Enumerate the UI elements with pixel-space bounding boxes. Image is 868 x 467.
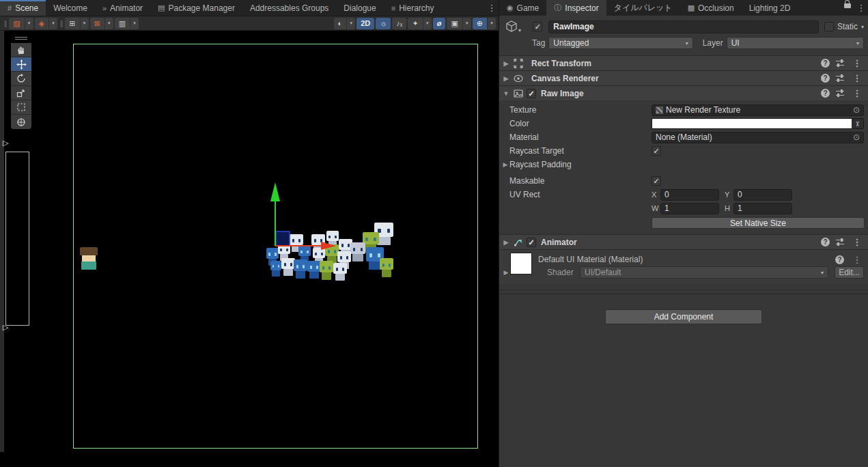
gizmos-button[interactable]: ⊕ — [473, 18, 487, 29]
probe-dropdown[interactable]: ▾ — [48, 18, 57, 29]
zombie-sprite-white[interactable] — [333, 263, 347, 283]
add-component-button[interactable]: Add Component — [605, 309, 762, 324]
grid-snapping-dropdown[interactable]: ▾ — [104, 18, 113, 29]
rect-transform-menu-icon[interactable]: ⋮ — [850, 58, 864, 68]
raw-image-help-icon[interactable]: ? — [821, 89, 830, 98]
camera-settings-button[interactable]: ▣ — [447, 18, 462, 29]
inspector-menu-icon[interactable]: ⋮ — [854, 0, 868, 16]
tab-hierarchy[interactable]: ≡ Hierarchy — [384, 0, 442, 16]
uv-x-field[interactable]: 0 — [660, 189, 719, 201]
gameobject-active-checkbox[interactable]: ✓ — [533, 22, 542, 31]
view-options-dropdown[interactable]: ▾ — [25, 18, 33, 29]
zombie-sprite-blue[interactable] — [294, 259, 307, 281]
animator-help-icon[interactable]: ? — [821, 238, 830, 246]
rect-transform-header[interactable]: ▶ Rect Transform ? ⋮ — [499, 55, 868, 70]
camera-settings-dropdown[interactable]: ▾ — [462, 18, 471, 29]
raw-image-header[interactable]: ▼ ✓ Raw Image ? ⋮ — [499, 85, 868, 100]
raw-image-menu-icon[interactable]: ⋮ — [850, 88, 864, 98]
effects-button[interactable]: ✦ — [408, 18, 422, 29]
static-checkbox[interactable] — [824, 22, 834, 31]
uv-y-field[interactable]: 0 — [733, 189, 792, 201]
canvas-renderer-help-icon[interactable]: ? — [821, 74, 830, 83]
raycast-padding-foldout-icon[interactable]: ▶ — [501, 161, 509, 168]
snap-increment-button[interactable]: ▥ — [115, 18, 130, 29]
tab-occlusion[interactable]: ▩ Occlusion — [680, 0, 742, 16]
static-flags-dropdown[interactable]: ▾ — [861, 24, 864, 30]
set-native-size-button[interactable]: Set Native Size — [652, 217, 865, 229]
uv-w-field[interactable]: 1 — [660, 203, 719, 214]
shader-dropdown[interactable]: UI/Default ▾ — [580, 266, 828, 279]
animator-menu-icon[interactable]: ⋮ — [850, 237, 864, 247]
effects-dropdown[interactable]: ▾ — [423, 18, 432, 29]
raycast-target-checkbox[interactable]: ✓ — [652, 146, 661, 156]
tab-game[interactable]: ◉ Game — [499, 0, 546, 16]
tab-welcome[interactable]: Welcome — [46, 0, 95, 16]
gameobject-icon-dropdown[interactable]: ▾ — [518, 27, 521, 33]
canvas-renderer-presets-icon[interactable] — [836, 74, 844, 83]
zombie-sprite-green[interactable] — [320, 261, 333, 283]
shading-mode-button[interactable]: ◐ — [334, 18, 347, 29]
shader-edit-button[interactable]: Edit... — [835, 266, 864, 279]
2d-mode-button[interactable]: 2D — [356, 18, 374, 29]
zombie-sprite-gray[interactable] — [350, 242, 365, 264]
material-preview-foldout-icon[interactable]: ▶ — [502, 269, 510, 276]
tab-animator[interactable]: » Animator — [95, 0, 150, 16]
rect-transform-presets-icon[interactable] — [836, 59, 844, 68]
shading-mode-dropdown[interactable]: ▾ — [346, 18, 355, 29]
canvas-renderer-menu-icon[interactable]: ⋮ — [850, 73, 864, 83]
texture-object-field[interactable]: New Render Texture ⊙ — [652, 104, 864, 116]
animator-foldout-icon[interactable]: ▶ — [502, 239, 510, 246]
tag-dropdown[interactable]: Untagged ▾ — [548, 37, 692, 49]
tab-dialogue[interactable]: Dialogue — [336, 0, 383, 16]
texture-picker-icon[interactable]: ⊙ — [850, 105, 860, 115]
toolbar-grip2-icon[interactable]: || — [58, 20, 64, 27]
hidden-objects-button[interactable]: ø — [433, 18, 446, 29]
material-object-field[interactable]: None (Material) ⊙ — [652, 132, 864, 143]
gameobject-name-field[interactable]: RawImage — [548, 20, 819, 33]
gameobject-cube-icon[interactable]: ▾ — [505, 20, 521, 33]
raw-image-presets-icon[interactable] — [836, 89, 844, 98]
audio-mute-button[interactable]: ♪ₓ — [392, 18, 406, 29]
tab-lighting-2d[interactable]: Lighting 2D — [742, 0, 798, 16]
canvas-renderer-foldout-icon[interactable]: ▶ — [502, 75, 510, 82]
material-menu-icon[interactable]: ⋮ — [850, 255, 864, 265]
material-help-icon[interactable]: ? — [835, 255, 844, 264]
tab-package-manager[interactable]: ▤ Package Manager — [150, 0, 242, 16]
gizmos-dropdown[interactable]: ▾ — [487, 18, 496, 29]
raw-image-enabled-checkbox[interactable]: ✓ — [527, 89, 536, 98]
snap-increment-dropdown[interactable]: ▾ — [130, 18, 139, 29]
scene-tab-menu-icon[interactable]: ⋮ — [485, 0, 499, 16]
scene-viewport[interactable]: ▷ ▷ — [0, 31, 499, 467]
toolbar-grip-icon[interactable]: || — [2, 20, 8, 27]
eyedropper-icon[interactable]: ✂ — [852, 119, 863, 128]
player-sprite[interactable] — [80, 247, 98, 273]
material-preview-thumbnail[interactable] — [510, 253, 532, 274]
zombie-sprite-blue[interactable] — [270, 261, 281, 279]
zombie-sprite-blue[interactable] — [307, 261, 321, 281]
probe-tool-button[interactable]: ◈ — [35, 18, 48, 29]
color-field[interactable]: ✂ — [652, 118, 864, 129]
color-swatch-white[interactable] — [652, 119, 852, 128]
grid-visibility-dropdown[interactable]: ▾ — [80, 18, 89, 29]
animator-header[interactable]: ▶ ✓ Animator ? ⋮ — [499, 234, 868, 249]
grid-visibility-button[interactable]: ⊞ — [65, 18, 79, 29]
scene-lighting-button[interactable]: ☼ — [376, 18, 391, 29]
grid-snapping-button[interactable]: ⊠ — [90, 18, 104, 29]
tab-inspector[interactable]: ⓘ Inspector — [546, 0, 606, 16]
animator-presets-icon[interactable] — [836, 238, 844, 246]
rect-transform-help-icon[interactable]: ? — [821, 59, 830, 68]
raw-image-foldout-icon[interactable]: ▼ — [502, 90, 510, 97]
canvas-renderer-header[interactable]: ▶ Canvas Renderer ? ⋮ — [499, 70, 868, 85]
tab-tile-palette[interactable]: タイルパレット — [606, 0, 680, 16]
zombie-sprite-green[interactable] — [380, 258, 393, 280]
maskable-checkbox[interactable]: ✓ — [652, 176, 661, 186]
tab-scene[interactable]: # Scene — [0, 0, 46, 16]
material-picker-icon[interactable]: ⊙ — [850, 132, 860, 142]
rect-transform-foldout-icon[interactable]: ▶ — [502, 60, 510, 67]
zombie-sprite-white[interactable] — [281, 258, 295, 279]
animator-enabled-checkbox[interactable]: ✓ — [527, 238, 536, 247]
view-options-tool-button[interactable]: ▨ — [9, 18, 24, 29]
inspector-lock-icon[interactable] — [844, 0, 852, 8]
tab-addressables-groups[interactable]: Addressables Groups — [242, 0, 336, 16]
layer-dropdown[interactable]: UI ▾ — [727, 37, 864, 49]
